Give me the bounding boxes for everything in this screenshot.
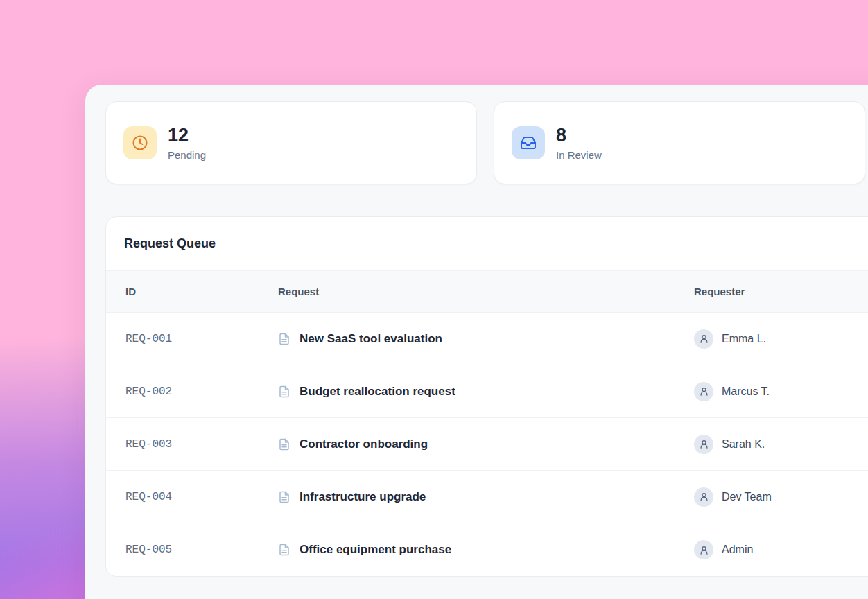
table-title-bar: Request Queue: [106, 217, 868, 271]
clock-icon: [123, 126, 157, 159]
table-title: Request Queue: [124, 236, 216, 251]
document-icon: [278, 544, 290, 556]
requester-name: Dev Team: [722, 491, 772, 503]
request-queue-card: Request Queue ID Request Requester REQ-0…: [105, 216, 868, 577]
requester-name: Admin: [722, 544, 753, 556]
in-review-count: 8: [556, 125, 602, 146]
column-header-request: Request: [278, 286, 694, 297]
main-panel: 12 Pending 8 In Review Request Queue ID …: [85, 85, 868, 599]
requester-name: Marcus T.: [722, 385, 770, 398]
user-icon: [694, 487, 713, 507]
pending-label: Pending: [168, 149, 206, 161]
request-id: REQ-003: [125, 438, 278, 451]
stat-card-in-review: 8 In Review: [494, 101, 865, 184]
request-title: Contractor onboarding: [300, 437, 428, 451]
table-row[interactable]: REQ-003 Contractor onboarding S: [106, 418, 868, 471]
column-header-requester: Requester: [694, 286, 868, 297]
document-icon: [278, 333, 290, 345]
user-icon: [694, 382, 713, 401]
document-icon: [278, 385, 290, 398]
column-header-id: ID: [125, 286, 278, 297]
requester-name: Emma L.: [722, 333, 766, 345]
user-icon: [694, 435, 713, 454]
request-title: Budget reallocation request: [300, 385, 455, 399]
table-row[interactable]: REQ-005 Office equipment purchase: [106, 523, 868, 576]
requester-name: Sarah K.: [722, 438, 765, 451]
pending-count: 12: [168, 125, 206, 146]
request-title: New SaaS tool evaluation: [300, 332, 442, 346]
table-row[interactable]: REQ-004 Infrastructure upgrade: [106, 471, 868, 523]
request-id: REQ-005: [125, 544, 278, 556]
in-review-label: In Review: [556, 149, 602, 161]
stat-card-pending: 12 Pending: [105, 101, 477, 184]
request-id: REQ-004: [125, 491, 278, 503]
table-row[interactable]: REQ-001 New SaaS tool evaluation: [106, 313, 868, 365]
document-icon: [278, 491, 290, 503]
request-title: Office equipment purchase: [300, 543, 451, 557]
user-icon: [694, 540, 713, 559]
user-icon: [694, 329, 713, 349]
table-header-row: ID Request Requester: [106, 271, 868, 313]
request-title: Infrastructure upgrade: [300, 490, 426, 504]
table-row[interactable]: REQ-002 Budget reallocation request: [106, 365, 868, 418]
inbox-icon: [512, 126, 545, 159]
stats-row: 12 Pending 8 In Review: [105, 101, 868, 184]
document-icon: [278, 438, 290, 451]
request-id: REQ-001: [125, 333, 278, 345]
request-id: REQ-002: [125, 385, 278, 398]
